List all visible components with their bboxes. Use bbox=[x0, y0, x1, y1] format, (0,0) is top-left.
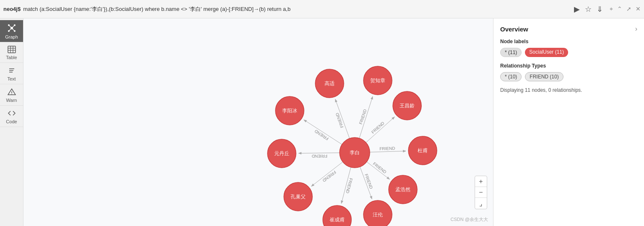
svg-point-48 bbox=[408, 136, 437, 165]
warn-icon bbox=[8, 88, 16, 97]
close-button[interactable]: ✕ bbox=[636, 5, 641, 13]
panel-chevron-icon[interactable]: › bbox=[635, 25, 637, 33]
svg-line-33 bbox=[369, 151, 406, 152]
svg-rect-9 bbox=[8, 46, 16, 53]
zoom-fit-icon: ⌟ bbox=[479, 200, 483, 208]
node-badge-socialuser[interactable]: SocialUser (11) bbox=[525, 48, 568, 57]
relationship-types-title: Relationship Types bbox=[500, 63, 637, 69]
sidebar-graph-label: Graph bbox=[5, 34, 18, 39]
right-panel: Overview › Node labels * (11) SocialUser… bbox=[493, 18, 644, 226]
sidebar-item-graph[interactable]: Graph bbox=[0, 20, 23, 42]
zoom-out-button[interactable]: − bbox=[475, 187, 487, 198]
zoom-in-button[interactable]: + bbox=[475, 176, 487, 187]
watermark: CSDN @余生大大 bbox=[451, 216, 488, 223]
window-controls: ⌖ ⌃ ➚ ✕ bbox=[610, 5, 641, 13]
svg-line-8 bbox=[12, 28, 15, 31]
run-button[interactable]: ▶ bbox=[574, 5, 580, 14]
rel-type-badges: * (10) FRIEND (10) bbox=[500, 72, 637, 81]
svg-point-46 bbox=[393, 91, 421, 120]
maximize-button[interactable]: ➚ bbox=[626, 5, 631, 13]
svg-point-40 bbox=[340, 138, 370, 168]
sidebar-item-text[interactable]: Text bbox=[0, 63, 23, 84]
svg-line-21 bbox=[304, 120, 343, 145]
sidebar-item-code[interactable]: Code bbox=[0, 106, 23, 127]
sidebar-warn-label: Warn bbox=[6, 98, 17, 103]
svg-point-44 bbox=[364, 66, 392, 95]
svg-text:FRIEND: FRIEND bbox=[379, 146, 395, 151]
svg-point-19 bbox=[11, 94, 12, 94]
svg-point-56 bbox=[284, 182, 312, 211]
svg-point-42 bbox=[315, 69, 344, 98]
zoom-out-icon: − bbox=[479, 189, 483, 196]
svg-point-52 bbox=[364, 200, 392, 226]
zoom-in-icon: + bbox=[479, 178, 483, 185]
svg-line-5 bbox=[9, 25, 12, 28]
sidebar-item-table[interactable]: Table bbox=[0, 42, 23, 63]
panel-header: Overview › bbox=[500, 25, 637, 33]
pin-button[interactable]: ⌖ bbox=[610, 5, 613, 13]
sidebar-code-label: Code bbox=[6, 119, 17, 124]
svg-text:FRIEND: FRIEND bbox=[312, 154, 327, 158]
panel-title: Overview bbox=[500, 26, 528, 33]
node-label-badges: * (11) SocialUser (11) bbox=[500, 48, 637, 57]
status-text: Displaying 11 nodes, 0 relationships. bbox=[500, 87, 637, 93]
zoom-controls: + − ⌟ bbox=[475, 176, 487, 209]
sidebar-text-label: Text bbox=[7, 76, 16, 81]
node-labels-title: Node labels bbox=[500, 39, 637, 44]
svg-text:FRIEND: FRIEND bbox=[345, 178, 353, 194]
svg-point-50 bbox=[389, 175, 417, 204]
sidebar: Graph Table Text bbox=[0, 18, 23, 226]
zoom-fit-button[interactable]: ⌟ bbox=[475, 198, 487, 209]
top-icons: ▶ ☆ ⇓ bbox=[574, 5, 603, 14]
svg-text:FRIEND: FRIEND bbox=[371, 121, 385, 135]
graph-area[interactable]: FRIENDFRIENDFRIENDFRIENDFRIENDFRIENDFRIE… bbox=[23, 18, 493, 226]
svg-line-7 bbox=[9, 28, 12, 31]
graph-svg: FRIENDFRIENDFRIENDFRIENDFRIENDFRIENDFRIE… bbox=[23, 18, 493, 226]
code-icon bbox=[8, 109, 16, 118]
svg-line-35 bbox=[365, 117, 395, 143]
svg-point-54 bbox=[323, 205, 351, 226]
sidebar-item-warn[interactable]: Warn bbox=[0, 84, 23, 106]
rel-badge-friend[interactable]: FRIEND (10) bbox=[525, 72, 563, 81]
table-icon bbox=[8, 46, 16, 54]
rel-badge-all[interactable]: * (10) bbox=[500, 72, 522, 81]
query-text: match (a:SocialUser {name:'李白'}),(b:Soci… bbox=[23, 5, 571, 13]
svg-line-25 bbox=[312, 161, 344, 187]
main-layout: Graph Table Text bbox=[0, 18, 644, 226]
sidebar-table-label: Table bbox=[6, 55, 17, 60]
minimize-button[interactable]: ⌃ bbox=[617, 5, 622, 13]
text-icon bbox=[8, 66, 16, 75]
svg-line-23 bbox=[299, 153, 340, 153]
svg-point-58 bbox=[267, 139, 296, 168]
svg-line-6 bbox=[12, 25, 15, 28]
svg-point-60 bbox=[275, 96, 304, 125]
node-badge-all[interactable]: * (11) bbox=[500, 48, 522, 57]
topbar: neo4j$ match (a:SocialUser {name:'李白'}),… bbox=[0, 0, 644, 18]
download-button[interactable]: ⇓ bbox=[597, 5, 603, 14]
star-button[interactable]: ☆ bbox=[585, 5, 592, 14]
graph-icon bbox=[7, 23, 16, 34]
prompt-label: neo4j$ bbox=[3, 6, 21, 12]
